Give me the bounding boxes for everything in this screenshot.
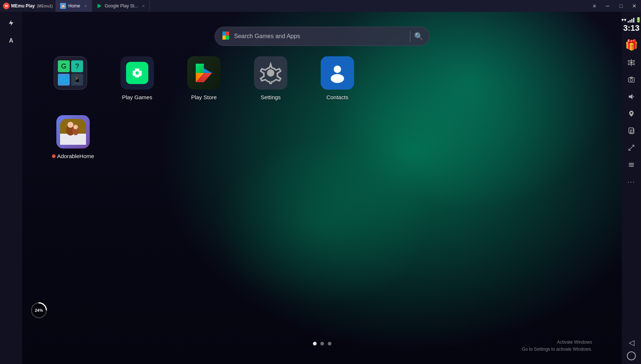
app-logo: M MEmu Play (MEmu1)	[0, 3, 56, 9]
play-games-label: Play Games	[122, 94, 152, 100]
lightning-button[interactable]	[4, 16, 19, 30]
app-grid: G ? 🌐 📱	[52, 56, 592, 159]
activate-windows-title: Activate Windows	[522, 339, 592, 346]
contacts-app-item[interactable]: Contacts	[319, 56, 356, 100]
app-title: MEmu Play	[11, 3, 35, 9]
back-button[interactable]: ◁	[627, 336, 637, 349]
location-sidebar-button[interactable]	[624, 106, 639, 121]
camera-sidebar-button[interactable]	[624, 72, 639, 87]
wifi-icon: ▾▾	[621, 17, 627, 23]
svg-point-38	[67, 122, 73, 128]
clipboard-sidebar-button[interactable]	[624, 123, 639, 138]
svg-marker-1	[9, 20, 13, 26]
home-tab-icon: 🏠	[60, 3, 66, 9]
svg-marker-0	[98, 4, 102, 8]
svg-marker-30	[196, 64, 204, 73]
adorable-home-label-wrapper: AdorableHome	[52, 153, 94, 159]
page-dot-1[interactable]	[313, 342, 317, 345]
play-store-tab-close[interactable]: ✕	[142, 4, 145, 9]
contacts-icon	[321, 56, 354, 90]
page-dot-2[interactable]	[320, 342, 324, 345]
more-sidebar-button[interactable]: ···	[624, 174, 639, 189]
svg-point-2	[630, 61, 632, 64]
contacts-label: Contacts	[326, 94, 348, 100]
list-sidebar-button[interactable]	[624, 157, 639, 172]
titlebar: M MEmu Play (MEmu1) 🏠 Home ✕ Google Play…	[0, 0, 641, 12]
svg-point-33	[334, 66, 341, 73]
progress-text: 24%	[35, 308, 43, 313]
search-icon-button[interactable]: 🔍	[414, 32, 423, 41]
tab-home[interactable]: 🏠 Home ✕	[56, 0, 92, 12]
status-icons: ▾▾ 🔋	[621, 17, 641, 23]
svg-point-32	[267, 69, 274, 77]
folder-sub-1: G	[58, 60, 70, 72]
home-tab-label: Home	[68, 3, 80, 9]
settings-icon	[254, 56, 287, 90]
time-display: 3:13	[623, 23, 640, 33]
progress-circle: 24%	[30, 301, 48, 320]
home-tab-close[interactable]: ✕	[84, 4, 87, 9]
status-area: ▾▾ 🔋 3:13	[622, 16, 641, 34]
activate-windows-watermark: Activate Windows Go to Settings to activ…	[522, 339, 592, 353]
play-tab-icon	[96, 3, 102, 9]
right-sidebar: ▾▾ 🔋 3:13 🎁	[622, 12, 641, 364]
folder-sub-2: ?	[71, 60, 83, 72]
svg-marker-23	[226, 36, 229, 40]
page-indicators	[313, 342, 331, 345]
search-play-logo	[221, 31, 231, 42]
svg-rect-15	[629, 164, 634, 165]
search-divider	[410, 31, 410, 42]
svg-point-7	[631, 112, 632, 114]
app-row-2: AdorableHome	[52, 115, 592, 159]
svg-rect-26	[135, 69, 139, 71]
resize-sidebar-button[interactable]	[624, 140, 639, 155]
search-placeholder-text: Search Games and Apps	[234, 33, 406, 40]
signal-icon	[628, 17, 634, 23]
play-games-icon	[120, 56, 154, 90]
play-games-inner-icon	[126, 62, 148, 84]
svg-rect-16	[629, 166, 634, 167]
settings-label: Settings	[261, 94, 281, 100]
minimize-button[interactable]: ─	[601, 0, 614, 12]
volume-sidebar-button[interactable]	[624, 89, 639, 104]
adorable-home-badge	[52, 154, 56, 158]
svg-rect-14	[629, 163, 634, 164]
battery-icon: 🔋	[635, 17, 641, 23]
emulator-area: 24% Search Games and Apps 🔍 G ? �	[22, 12, 622, 364]
svg-point-40	[73, 125, 78, 129]
svg-rect-36	[60, 134, 86, 145]
svg-rect-27	[135, 74, 139, 77]
quick-toolbar-left: A	[0, 12, 22, 364]
keyboard-button[interactable]: A	[4, 33, 19, 48]
instance-label: (MEmu1)	[37, 4, 53, 8]
svg-marker-20	[222, 31, 226, 36]
folder-app-item[interactable]: G ? 🌐 📱	[52, 56, 89, 90]
play-games-app-item[interactable]: Play Games	[119, 56, 156, 100]
play-store-icon	[187, 56, 221, 90]
settings-sidebar-button[interactable]	[624, 55, 639, 70]
play-store-label: Play Store	[191, 94, 217, 100]
svg-line-13	[629, 145, 634, 150]
folder-sub-4: 📱	[71, 74, 83, 86]
adorable-home-app-item[interactable]: AdorableHome	[52, 115, 94, 159]
home-button[interactable]	[627, 351, 636, 360]
adorable-home-icon	[56, 115, 90, 148]
folder-sub-3: 🌐	[58, 74, 70, 86]
gift-button[interactable]: 🎁	[623, 37, 640, 53]
folder-icon: G ? 🌐 📱	[54, 56, 87, 90]
app-row-1: G ? 🌐 📱	[52, 56, 592, 100]
settings-app-item[interactable]: Settings	[252, 56, 289, 100]
menu-button[interactable]: ≡	[588, 0, 601, 12]
activate-windows-subtitle: Go to Settings to activate Windows.	[522, 346, 592, 353]
tab-play-store[interactable]: Google Play St... ✕	[92, 0, 150, 12]
close-button[interactable]: ✕	[628, 0, 641, 12]
maximize-button[interactable]: □	[614, 0, 628, 12]
page-dot-3[interactable]	[328, 342, 331, 345]
memu-logo-icon: M	[3, 3, 10, 9]
svg-marker-6	[629, 94, 632, 99]
svg-marker-21	[226, 31, 229, 36]
play-store-app-item[interactable]: Play Store	[185, 56, 222, 100]
search-bar[interactable]: Search Games and Apps 🔍	[215, 27, 430, 46]
svg-point-34	[331, 74, 344, 83]
adorable-home-label: AdorableHome	[57, 153, 94, 159]
